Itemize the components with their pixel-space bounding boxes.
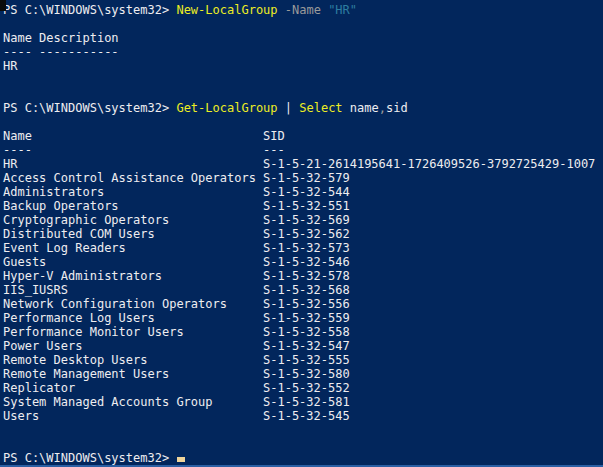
table-row: Network Configuration OperatorsS-1-5-32-… bbox=[3, 297, 603, 311]
group-sid-cell: S-1-5-32-546 bbox=[263, 255, 350, 269]
blank-line bbox=[3, 437, 603, 451]
group-name-cell: Power Users bbox=[3, 339, 263, 353]
blank-line bbox=[3, 423, 603, 437]
separator-name: ---- bbox=[3, 143, 263, 157]
table-row: Remote Management UsersS-1-5-32-580 bbox=[3, 367, 603, 381]
group-sid-cell: S-1-5-32-552 bbox=[263, 381, 350, 395]
column-header-sid: SID bbox=[263, 129, 285, 143]
output1-separator: ---- ----------- bbox=[3, 45, 603, 59]
table-row: ReplicatorS-1-5-32-552 bbox=[3, 381, 603, 395]
group-name-cell: Users bbox=[3, 409, 263, 423]
table-header-row: NameSID bbox=[3, 129, 603, 143]
argument-name: name bbox=[343, 101, 379, 115]
string-argument-hr: "HR" bbox=[321, 3, 357, 17]
group-name-cell: Network Configuration Operators bbox=[3, 297, 263, 311]
table-row: Hyper-V AdministratorsS-1-5-32-578 bbox=[3, 269, 603, 283]
table-row: Event Log ReadersS-1-5-32-573 bbox=[3, 241, 603, 255]
group-name-cell: Event Log Readers bbox=[3, 241, 263, 255]
group-name-cell: Distributed COM Users bbox=[3, 227, 263, 241]
group-sid-cell: S-1-5-32-544 bbox=[263, 185, 350, 199]
output1-value: HR bbox=[3, 59, 603, 73]
text-cursor[interactable] bbox=[177, 457, 185, 462]
group-sid-cell: S-1-5-32-578 bbox=[263, 269, 350, 283]
group-sid-cell: S-1-5-32-558 bbox=[263, 325, 350, 339]
table-row: Performance Monitor UsersS-1-5-32-558 bbox=[3, 325, 603, 339]
comma-separator: , bbox=[379, 101, 386, 115]
group-sid-cell: S-1-5-32-581 bbox=[263, 395, 350, 409]
group-name-cell: System Managed Accounts Group bbox=[3, 395, 263, 409]
group-sid-cell: S-1-5-32-580 bbox=[263, 367, 350, 381]
group-sid-cell: S-1-5-32-579 bbox=[263, 171, 350, 185]
group-sid-cell: S-1-5-32-556 bbox=[263, 297, 350, 311]
group-sid-cell: S-1-5-32-568 bbox=[263, 283, 350, 297]
group-sid-cell: S-1-5-21-2614195641-1726409526-379272542… bbox=[263, 157, 595, 171]
table-row: Performance Log UsersS-1-5-32-559 bbox=[3, 311, 603, 325]
table-row: System Managed Accounts GroupS-1-5-32-58… bbox=[3, 395, 603, 409]
command-line-1: PS C:\WINDOWS\system32> New-LocalGroup -… bbox=[3, 3, 603, 17]
table-row: HRS-1-5-21-2614195641-1726409526-3792725… bbox=[3, 157, 603, 171]
powershell-console[interactable]: PS C:\WINDOWS\system32> New-LocalGroup -… bbox=[0, 0, 603, 467]
table-row: Cryptographic OperatorsS-1-5-32-569 bbox=[3, 213, 603, 227]
table-row: AdministratorsS-1-5-32-544 bbox=[3, 185, 603, 199]
group-sid-cell: S-1-5-32-555 bbox=[263, 353, 350, 367]
table-row: Access Control Assistance OperatorsS-1-5… bbox=[3, 171, 603, 185]
group-name-cell: Backup Operators bbox=[3, 199, 263, 213]
output1-header: Name Description bbox=[3, 31, 603, 45]
prompt: PS C:\WINDOWS\system32> bbox=[3, 101, 169, 115]
table-row: GuestsS-1-5-32-546 bbox=[3, 255, 603, 269]
group-name-cell: Remote Desktop Users bbox=[3, 353, 263, 367]
group-sid-cell: S-1-5-32-562 bbox=[263, 227, 350, 241]
table-row: Distributed COM UsersS-1-5-32-562 bbox=[3, 227, 603, 241]
cmdlet-select: Select bbox=[299, 101, 342, 115]
group-name-cell: Cryptographic Operators bbox=[3, 213, 263, 227]
prompt: PS C:\WINDOWS\system32> bbox=[3, 451, 169, 465]
separator-sid: --- bbox=[263, 143, 285, 157]
column-header-name: Name bbox=[3, 129, 263, 143]
table-row: IIS_IUSRSS-1-5-32-568 bbox=[3, 283, 603, 297]
group-name-cell: Administrators bbox=[3, 185, 263, 199]
active-prompt-line[interactable]: PS C:\WINDOWS\system32> bbox=[3, 451, 603, 465]
group-sid-cell: S-1-5-32-573 bbox=[263, 241, 350, 255]
group-name-cell: Performance Log Users bbox=[3, 311, 263, 325]
parameter-name: -Name bbox=[278, 3, 321, 17]
group-name-cell: Replicator bbox=[3, 381, 263, 395]
blank-line bbox=[3, 115, 603, 129]
table-row: Backup OperatorsS-1-5-32-551 bbox=[3, 199, 603, 213]
group-sid-cell: S-1-5-32-547 bbox=[263, 339, 350, 353]
group-sid-cell: S-1-5-32-559 bbox=[263, 311, 350, 325]
group-name-cell: IIS_IUSRS bbox=[3, 283, 263, 297]
group-sid-cell: S-1-5-32-569 bbox=[263, 213, 350, 227]
group-name-cell: Hyper-V Administrators bbox=[3, 269, 263, 283]
group-sid-cell: S-1-5-32-551 bbox=[263, 199, 350, 213]
blank-line bbox=[3, 17, 603, 31]
cmdlet-new-localgroup: New-LocalGroup bbox=[176, 3, 277, 17]
prompt: PS C:\WINDOWS\system32> bbox=[3, 3, 169, 17]
blank-line bbox=[3, 73, 603, 87]
table-row: UsersS-1-5-32-545 bbox=[3, 409, 603, 423]
group-name-cell: Remote Management Users bbox=[3, 367, 263, 381]
group-sid-cell: S-1-5-32-545 bbox=[263, 409, 350, 423]
local-group-table: HRS-1-5-21-2614195641-1726409526-3792725… bbox=[3, 157, 603, 423]
pipe-operator: | bbox=[278, 101, 300, 115]
group-name-cell: Performance Monitor Users bbox=[3, 325, 263, 339]
blank-line bbox=[3, 87, 603, 101]
argument-sid: sid bbox=[386, 101, 408, 115]
table-row: Power UsersS-1-5-32-547 bbox=[3, 339, 603, 353]
command-line-2: PS C:\WINDOWS\system32> Get-LocalGroup |… bbox=[3, 101, 603, 115]
cmdlet-get-localgroup: Get-LocalGroup bbox=[176, 101, 277, 115]
table-row: Remote Desktop UsersS-1-5-32-555 bbox=[3, 353, 603, 367]
group-name-cell: Access Control Assistance Operators bbox=[3, 171, 263, 185]
group-name-cell: HR bbox=[3, 157, 263, 171]
group-name-cell: Guests bbox=[3, 255, 263, 269]
table-separator-row: ------- bbox=[3, 143, 603, 157]
window-corner-artifact bbox=[0, 0, 6, 11]
